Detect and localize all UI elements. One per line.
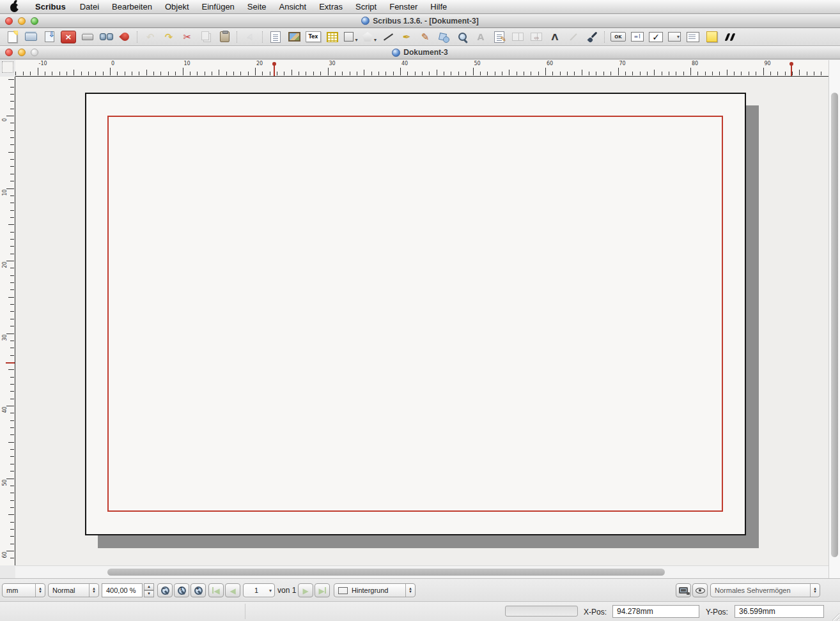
- ruler-label: 40: [401, 61, 408, 66]
- select-item-icon[interactable]: [243, 29, 257, 45]
- new-document-icon[interactable]: [5, 29, 19, 45]
- save-document-icon[interactable]: [42, 29, 56, 45]
- vertical-ruler[interactable]: 0102030405060: [0, 77, 15, 565]
- ruler-tick: [10, 413, 14, 413]
- copy-icon[interactable]: [199, 29, 213, 45]
- next-page-button[interactable]: ▶: [298, 583, 313, 597]
- close-window-button[interactable]: [5, 17, 13, 25]
- pdf-text-field-icon[interactable]: [630, 29, 644, 45]
- zoom-reset-button[interactable]: 1: [174, 583, 189, 597]
- ruler-label: 30: [329, 61, 336, 66]
- vision-select[interactable]: Normales Sehvermögen ▲▼: [710, 583, 820, 597]
- zoom-out-button[interactable]: −: [157, 583, 173, 597]
- ruler-tick: [552, 72, 553, 75]
- horizontal-scrollbar[interactable]: [15, 565, 828, 578]
- first-page-button[interactable]: ◀: [208, 583, 224, 597]
- zoom-window-button[interactable]: [31, 17, 38, 25]
- edit-contents-icon[interactable]: A: [474, 29, 488, 45]
- menu-scribus[interactable]: Scribus: [27, 0, 74, 13]
- horizontal-scrollbar-thumb[interactable]: [107, 569, 665, 576]
- vertical-scrollbar[interactable]: [828, 60, 840, 578]
- copy-item-properties-icon[interactable]: [566, 29, 580, 45]
- menu-objekt[interactable]: Objekt: [159, 0, 196, 13]
- visual-appearance-button[interactable]: [692, 583, 708, 597]
- spin-up-icon[interactable]: ▲: [144, 583, 154, 590]
- unlink-text-frames-icon[interactable]: [529, 29, 543, 45]
- cut-icon[interactable]: ✂: [180, 29, 194, 45]
- resize-grip-icon[interactable]: [830, 611, 839, 620]
- menu-fenster[interactable]: Fenster: [383, 0, 424, 13]
- paste-icon[interactable]: [217, 29, 231, 45]
- zoom-tool-icon[interactable]: [455, 29, 469, 45]
- layer-select[interactable]: Hintergrund ▲▼: [334, 583, 416, 597]
- x-pos-label: X-Pos:: [584, 608, 607, 617]
- window-titlebar[interactable]: Scribus 1.3.6. - [Dokument-3]: [0, 14, 840, 28]
- pdf-push-button-icon[interactable]: OK: [611, 32, 626, 42]
- rotate-item-icon[interactable]: [437, 29, 451, 45]
- ruler-tick: [531, 72, 531, 75]
- apple-menu-icon[interactable]: [10, 3, 19, 12]
- close-document-button[interactable]: [5, 49, 13, 56]
- menu-seite[interactable]: Seite: [241, 0, 273, 13]
- story-editor-icon[interactable]: [492, 29, 506, 45]
- ruler-tick: [451, 72, 451, 75]
- ruler-label: 50: [2, 478, 8, 487]
- close-document-icon[interactable]: ×: [61, 31, 76, 43]
- unit-select[interactable]: mm ▲▼: [2, 583, 45, 597]
- minimize-document-button[interactable]: [18, 49, 26, 56]
- insert-render-frame-icon[interactable]: Tex: [306, 31, 321, 42]
- pdf-link-icon[interactable]: [723, 29, 737, 45]
- last-page-icon: ▶: [318, 586, 325, 595]
- pdf-annotation-icon[interactable]: [704, 29, 719, 45]
- redo-icon[interactable]: ↷: [162, 29, 176, 45]
- insert-table-icon[interactable]: [325, 29, 339, 45]
- measurements-icon[interactable]: Λ: [548, 29, 562, 45]
- insert-shape-icon[interactable]: ▾: [344, 29, 358, 45]
- ruler-label: 80: [692, 61, 698, 66]
- spin-down-icon[interactable]: ▼: [144, 590, 154, 597]
- open-document-icon[interactable]: [24, 29, 38, 45]
- menu-bearbeiten[interactable]: Bearbeiten: [105, 0, 159, 13]
- export-pdf-icon[interactable]: [118, 29, 132, 45]
- insert-freehand-line-icon[interactable]: ✎: [418, 29, 432, 45]
- ruler-origin-box[interactable]: [2, 61, 13, 73]
- menu-einfgen[interactable]: Einfügen: [196, 0, 241, 13]
- document-titlebar[interactable]: Dokument-3: [0, 46, 840, 59]
- pdf-list-box-icon[interactable]: [686, 29, 700, 45]
- menu-datei[interactable]: Datei: [74, 0, 105, 13]
- insert-polygon-icon[interactable]: ▾: [362, 29, 377, 45]
- insert-image-frame-icon[interactable]: [287, 29, 301, 45]
- page[interactable]: [85, 93, 746, 535]
- link-text-frames-icon[interactable]: [511, 29, 525, 45]
- menu-hilfe[interactable]: Hilfe: [424, 0, 453, 13]
- print-document-icon[interactable]: [81, 29, 95, 45]
- ruler-tick: [458, 72, 459, 75]
- insert-bezier-curve-icon[interactable]: ✒: [400, 29, 414, 45]
- ruler-tick: [10, 174, 14, 174]
- previous-page-button[interactable]: ◀: [225, 583, 240, 597]
- last-page-button[interactable]: ▶: [315, 583, 330, 597]
- insert-line-icon[interactable]: [381, 29, 395, 45]
- horizontal-ruler[interactable]: -100102030405060708090: [15, 60, 828, 77]
- menu-ansicht[interactable]: Ansicht: [272, 0, 313, 13]
- menu-extras[interactable]: Extras: [313, 0, 349, 13]
- preflight-verifier-icon[interactable]: [99, 29, 113, 45]
- zoom-spinner[interactable]: ▲▼: [144, 583, 154, 597]
- undo-icon[interactable]: ↶: [143, 29, 157, 45]
- zoom-level-input[interactable]: 400,00 %: [102, 583, 143, 597]
- insert-text-frame-icon[interactable]: [268, 29, 283, 45]
- eye-dropper-icon[interactable]: [585, 29, 599, 45]
- ruler-tick: [371, 72, 372, 75]
- page-select[interactable]: 1 ▾: [243, 583, 275, 597]
- quality-select[interactable]: Normal ▲▼: [48, 583, 99, 597]
- ruler-tick: [226, 72, 227, 75]
- zoom-in-button[interactable]: +: [191, 583, 206, 597]
- canvas[interactable]: [15, 77, 828, 565]
- vertical-scrollbar-thumb[interactable]: [831, 93, 838, 557]
- menu-script[interactable]: Script: [349, 0, 383, 13]
- minimize-window-button[interactable]: [18, 17, 26, 25]
- pdf-check-box-icon[interactable]: ✓: [649, 32, 663, 42]
- pdf-combo-box-icon[interactable]: [667, 29, 681, 45]
- preview-mode-button[interactable]: [676, 583, 691, 597]
- ruler-tick: [10, 217, 14, 218]
